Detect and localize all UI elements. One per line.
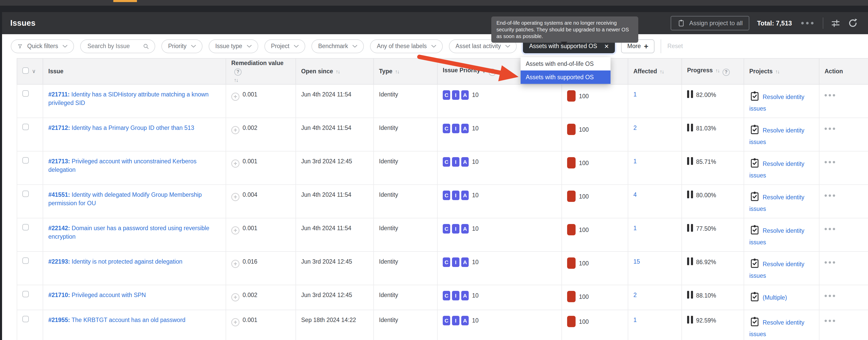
progress-column-header[interactable]: Progress↑↓? (682, 58, 744, 84)
filter-pill-issue-type[interactable]: Issue type (209, 39, 258, 53)
row-select-cell (17, 118, 43, 151)
refresh-icon[interactable] (848, 18, 858, 28)
clipboard-check-icon (749, 224, 760, 238)
help-icon[interactable]: ? (722, 69, 730, 76)
row-actions-icon[interactable] (825, 226, 835, 232)
row-actions-icon[interactable] (825, 193, 835, 198)
issue-link[interactable]: #21713: Privileged account with unconstr… (48, 158, 196, 173)
priority-score: 10 (472, 192, 479, 199)
risk-severity-square (567, 191, 576, 202)
remediation-gauge-icon: + (231, 193, 240, 201)
projects-column-header[interactable]: Projects↑↓ (744, 58, 819, 84)
row-checkbox[interactable] (22, 191, 29, 197)
row-checkbox[interactable] (22, 157, 29, 164)
issue-link[interactable]: #21710: Privileged account with SPN (48, 292, 146, 298)
sort-icon[interactable]: ↑↓ (336, 69, 340, 74)
cia-badge-c: C (443, 124, 450, 133)
affected-assets-link[interactable]: 1 (633, 225, 637, 231)
affected-assets-link[interactable]: 15 (633, 258, 640, 265)
row-checkbox[interactable] (22, 291, 29, 297)
dropdown-option[interactable]: Assets with end-of-life OS (521, 57, 611, 70)
issue-cell: #21713: Privileged account with unconstr… (43, 151, 226, 185)
select-menu-chevron-icon[interactable]: ∨ (32, 68, 36, 74)
projects-cell: Resolve identity issues (744, 151, 819, 185)
sort-icon[interactable]: ↑↓ (660, 69, 664, 74)
cia-badge-i: I (452, 291, 459, 301)
issue-link[interactable]: #21955: The KRBTGT account has an old pa… (48, 317, 186, 323)
sort-icon[interactable]: ↑↓ (715, 68, 719, 73)
display-settings-icon[interactable] (831, 19, 840, 28)
remediation-value: 0.001 (243, 225, 257, 231)
close-icon[interactable]: × (604, 42, 609, 50)
issue-link[interactable]: #21712: Identity has a Primary Group ID … (48, 124, 194, 131)
row-actions-icon[interactable] (825, 293, 835, 299)
risk-score: 100 (579, 93, 589, 100)
affected-assets-link[interactable]: 2 (633, 292, 637, 298)
filter-pill-priority[interactable]: Priority (161, 39, 203, 53)
affected-column-header[interactable]: Affected↑↓ (628, 58, 682, 84)
search-input[interactable] (87, 42, 138, 50)
header-actions: Assign project to all Total: 7,513 (671, 16, 858, 30)
row-checkbox[interactable] (22, 316, 29, 322)
action-cell (819, 151, 868, 185)
filter-pill-benchmark[interactable]: Benchmark (311, 39, 364, 53)
row-actions-icon[interactable] (825, 126, 835, 132)
risk-cell: 100 (562, 185, 628, 218)
issue-link[interactable]: #41551: Identity with delegated Modify G… (48, 191, 202, 206)
chevron-down-icon (352, 45, 357, 48)
risk-score: 100 (579, 160, 589, 166)
row-checkbox[interactable] (22, 224, 29, 230)
progress-value: 80.00% (696, 192, 716, 199)
progress-value: 85.71% (696, 159, 716, 165)
help-icon[interactable]: ? (489, 69, 496, 76)
project-link[interactable]: (Multiple) (763, 294, 787, 301)
assign-project-button[interactable]: Assign project to all (671, 16, 749, 30)
affected-assets-link[interactable]: 1 (633, 317, 637, 323)
help-icon[interactable]: ? (234, 68, 242, 76)
type-cell: Identity (374, 151, 437, 185)
row-checkbox[interactable] (22, 90, 29, 97)
row-actions-icon[interactable] (825, 260, 835, 265)
row-actions-icon[interactable] (825, 92, 835, 98)
quick-filters-icon (18, 44, 23, 49)
type-column-header[interactable]: Type↑↓ (374, 58, 437, 84)
sort-icon[interactable]: ↑↓ (234, 77, 293, 83)
more-actions-icon[interactable] (800, 22, 815, 24)
issue-link[interactable]: #21711: Identity has a SIDHistory attrib… (48, 91, 209, 106)
row-actions-icon[interactable] (825, 160, 835, 165)
progress-cell: 85.71% (682, 151, 744, 185)
issue-link[interactable]: #22142: Domain user has a password store… (48, 225, 209, 240)
quick-filters-pill[interactable]: Quick filters (11, 39, 74, 53)
issue-cell: #21955: The KRBTGT account has an old pa… (43, 310, 226, 340)
sort-icon[interactable]: ↑↓ (775, 69, 779, 74)
reset-filters-link[interactable]: Reset (667, 43, 683, 50)
row-checkbox[interactable] (22, 124, 29, 130)
projects-cell: Resolve identity issues (744, 185, 819, 218)
row-actions-icon[interactable] (825, 318, 835, 323)
affected-assets-link[interactable]: 1 (633, 91, 637, 98)
issue-column-header[interactable]: Issue (43, 58, 226, 84)
clipboard-check-icon (749, 257, 760, 272)
affected-assets-link[interactable]: 2 (633, 124, 637, 131)
select-all-checkbox[interactable] (22, 67, 29, 74)
filter-pill-any-of-these-labels[interactable]: Any of these labels (370, 39, 442, 53)
action-cell (819, 310, 868, 340)
remediation-column-header[interactable]: Remediation value? ↑↓ (226, 58, 296, 84)
remediation-cell: +0.002 (226, 285, 296, 310)
issue-cell: #21710: Privileged account with SPN (43, 285, 226, 310)
open-since-column-header[interactable]: Open since↑↓ (296, 58, 374, 84)
issue-id: #21710: (48, 292, 70, 298)
sort-icon[interactable]: ▲▼ (482, 68, 486, 74)
row-checkbox[interactable] (22, 257, 29, 264)
affected-cell: 1 (628, 310, 682, 340)
dropdown-option[interactable]: Assets with supported OS (521, 70, 611, 84)
issue-search-box[interactable] (80, 39, 155, 53)
sort-icon[interactable]: ↑↓ (395, 69, 399, 74)
row-select-cell (17, 185, 43, 218)
issue-link[interactable]: #22193: Identity is not protected agains… (48, 258, 182, 265)
filter-pill-project[interactable]: Project (265, 39, 306, 53)
remediation-cell: +0.002 (226, 118, 296, 151)
remediation-gauge-icon: + (231, 260, 240, 268)
affected-assets-link[interactable]: 4 (633, 191, 637, 198)
affected-assets-link[interactable]: 1 (633, 158, 637, 165)
